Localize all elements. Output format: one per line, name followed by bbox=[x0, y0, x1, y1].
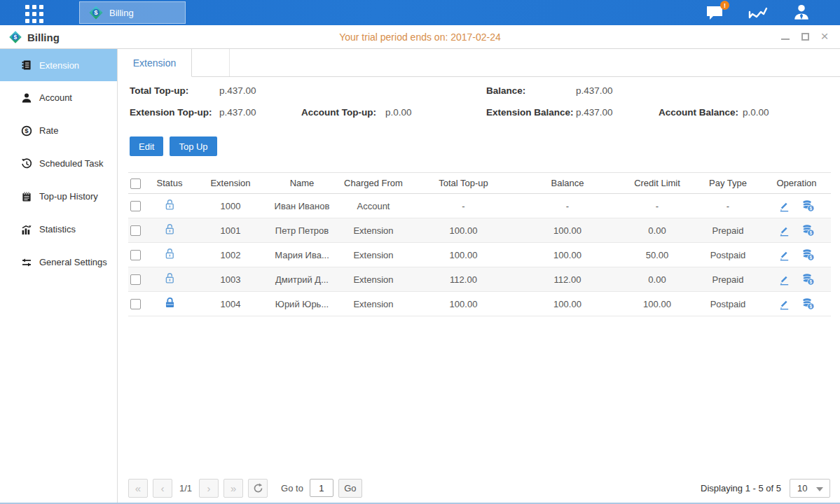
cell-charged-from: Extension bbox=[334, 299, 413, 309]
sidebar-item-label: Scheduled Task bbox=[39, 158, 104, 169]
svg-text:$: $ bbox=[810, 206, 813, 211]
table-row: 1004 Юрий Юрь... Extension 100.00 100.00… bbox=[128, 292, 831, 316]
extension-topup-label: Extension Top-up: bbox=[130, 107, 219, 118]
edit-icon[interactable] bbox=[778, 200, 790, 212]
extension-topup-value: p.437.00 bbox=[219, 107, 301, 118]
app-launcher-grid-icon[interactable] bbox=[25, 5, 49, 20]
table-row: 1002 Мария Ива... Extension 100.00 100.0… bbox=[128, 243, 831, 267]
page-size-select[interactable]: 10 bbox=[790, 479, 830, 498]
topup-coins-icon[interactable]: $ bbox=[801, 273, 815, 286]
row-checkbox[interactable] bbox=[130, 250, 141, 260]
topup-coins-icon[interactable]: $ bbox=[801, 248, 815, 261]
window-titlebar: $ Billing Your trial period ends on: 201… bbox=[0, 25, 840, 49]
sidebar-item-statistics[interactable]: Statistics bbox=[0, 213, 117, 246]
page-indicator: 1/1 bbox=[179, 483, 192, 493]
cell-pay-type: Postpaid bbox=[694, 250, 762, 260]
select-all-checkbox[interactable] bbox=[130, 178, 141, 189]
cell-pay-type: Postpaid bbox=[694, 299, 762, 309]
cell-charged-from: Extension bbox=[334, 274, 413, 285]
sidebar-item-account[interactable]: Account bbox=[0, 81, 117, 114]
reports-chart-icon[interactable] bbox=[748, 4, 769, 22]
unlocked-icon[interactable] bbox=[164, 199, 176, 211]
close-button[interactable]: × bbox=[819, 31, 830, 42]
total-topup-label: Total Top-up: bbox=[130, 85, 219, 96]
top-up-button[interactable]: Top Up bbox=[170, 136, 216, 156]
unlocked-icon[interactable] bbox=[164, 272, 176, 284]
account-balance-label: Account Balance: bbox=[659, 107, 743, 118]
edit-icon[interactable] bbox=[778, 225, 790, 237]
account-balance-value: p.0.00 bbox=[743, 107, 830, 118]
row-checkbox[interactable] bbox=[130, 225, 141, 236]
row-checkbox[interactable] bbox=[130, 299, 141, 309]
unlocked-icon[interactable] bbox=[164, 223, 176, 235]
taskbar-tab-label: Billing bbox=[109, 8, 134, 18]
tab-extension[interactable]: Extension bbox=[118, 49, 192, 77]
taskbar-tab-billing[interactable]: $ Billing bbox=[79, 1, 186, 24]
tab-spacer bbox=[192, 49, 230, 76]
svg-text:$: $ bbox=[94, 8, 98, 16]
row-checkbox[interactable] bbox=[130, 201, 141, 211]
edit-icon[interactable] bbox=[778, 249, 790, 261]
cell-balance: 100.00 bbox=[514, 299, 621, 309]
edit-button[interactable]: Edit bbox=[130, 136, 163, 156]
cell-balance: 100.00 bbox=[514, 250, 621, 260]
locked-icon[interactable] bbox=[164, 297, 176, 309]
notifications-message-icon[interactable]: ! bbox=[704, 4, 725, 22]
row-checkbox[interactable] bbox=[130, 274, 141, 285]
topup-history-notepad-icon bbox=[21, 191, 32, 202]
svg-text:$: $ bbox=[810, 304, 813, 309]
last-page-button[interactable]: » bbox=[223, 479, 243, 498]
cell-balance: 112.00 bbox=[514, 274, 621, 285]
cell-total-topup: 112.00 bbox=[413, 274, 514, 285]
page-size-value: 10 bbox=[797, 483, 807, 493]
topup-coins-icon[interactable]: $ bbox=[801, 224, 815, 237]
edit-icon[interactable] bbox=[778, 298, 790, 310]
account-topup-value: p.0.00 bbox=[385, 107, 486, 118]
table-row: 1001 Петр Петров Extension 100.00 100.00… bbox=[128, 218, 831, 243]
cell-pay-type: Prepaid bbox=[694, 274, 762, 285]
cell-pay-type: - bbox=[694, 201, 762, 211]
unlocked-icon[interactable] bbox=[164, 248, 176, 260]
goto-label: Go to bbox=[281, 483, 303, 493]
cell-name: Мария Ива... bbox=[270, 250, 334, 260]
table-header-row: Status Extension Name Charged From Total… bbox=[128, 172, 831, 194]
goto-page-input[interactable] bbox=[310, 479, 333, 497]
topup-coins-icon[interactable]: $ bbox=[801, 298, 815, 310]
refresh-button[interactable] bbox=[248, 479, 268, 498]
cell-extension: 1004 bbox=[191, 299, 270, 309]
user-account-icon[interactable] bbox=[791, 4, 812, 22]
extension-balance-value: p.437.00 bbox=[576, 107, 659, 118]
edit-icon[interactable] bbox=[778, 274, 790, 286]
cell-total-topup: 100.00 bbox=[413, 250, 514, 260]
cell-pay-type: Prepaid bbox=[694, 225, 762, 236]
go-button[interactable]: Go bbox=[338, 479, 362, 498]
cell-extension: 1003 bbox=[191, 274, 270, 285]
account-topup-label: Account Top-up: bbox=[301, 107, 385, 118]
cell-total-topup: 100.00 bbox=[413, 299, 514, 309]
col-balance: Balance bbox=[514, 178, 621, 188]
cell-credit-limit: 50.00 bbox=[621, 250, 694, 260]
topup-coins-icon[interactable]: $ bbox=[801, 200, 815, 212]
cell-credit-limit: - bbox=[621, 201, 694, 211]
svg-text:$: $ bbox=[25, 127, 29, 134]
sidebar-item-rate[interactable]: $ Rate bbox=[0, 114, 117, 147]
chevron-down-icon bbox=[816, 487, 823, 491]
sidebar-item-scheduled-task[interactable]: Scheduled Task bbox=[0, 147, 117, 180]
sidebar-item-label: Statistics bbox=[39, 224, 76, 234]
col-operation: Operation bbox=[762, 178, 831, 188]
sidebar-item-topup-history[interactable]: Top-up History bbox=[0, 180, 117, 213]
sidebar-item-general-settings[interactable]: General Settings bbox=[0, 246, 117, 279]
sidebar: Extension Account $ Rate bbox=[0, 49, 118, 504]
maximize-button[interactable] bbox=[799, 31, 811, 42]
next-page-button[interactable]: › bbox=[199, 479, 219, 498]
sidebar-item-extension[interactable]: Extension bbox=[0, 49, 117, 81]
cell-charged-from: Account bbox=[334, 201, 413, 211]
statistics-chart-icon bbox=[21, 224, 32, 235]
minimize-button[interactable] bbox=[780, 31, 791, 42]
prev-page-button[interactable]: ‹ bbox=[153, 479, 172, 498]
balance-value: p.437.00 bbox=[576, 85, 659, 96]
cell-extension: 1001 bbox=[191, 225, 270, 236]
cell-name: Иван Иванов bbox=[270, 201, 334, 211]
first-page-button[interactable]: « bbox=[128, 479, 148, 498]
scheduled-task-clock-icon bbox=[21, 158, 32, 169]
